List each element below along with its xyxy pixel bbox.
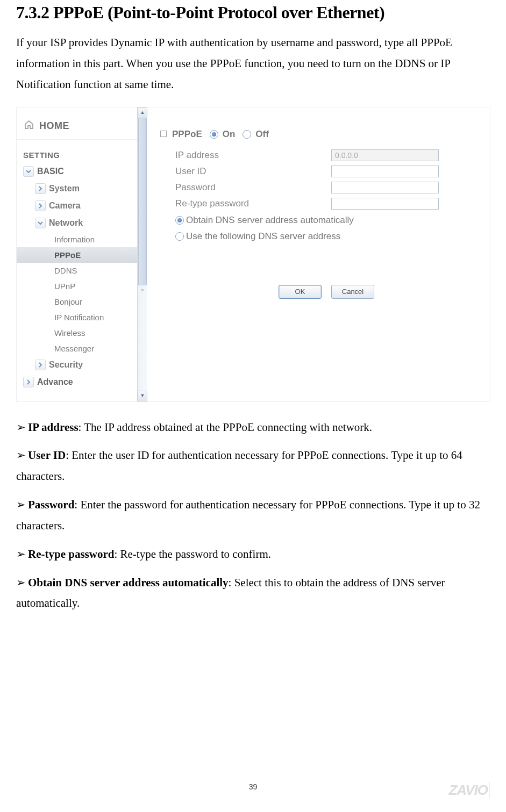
chevron-right-icon <box>35 183 46 194</box>
nav-basic-label: BASIC <box>37 167 64 176</box>
nav-item-pppoe[interactable]: PPPoE <box>17 247 138 263</box>
nav-camera-label: Camera <box>49 201 81 211</box>
ipaddress-label: IP address <box>175 150 331 161</box>
nav-item-upnp[interactable]: UPnP <box>17 278 138 294</box>
nav-advance[interactable]: Advance <box>17 373 138 391</box>
ipaddress-input <box>331 149 439 161</box>
def-password: ➢Password: Enter the password for authen… <box>16 494 490 536</box>
nav-item-ipnotification[interactable]: IP Notification <box>17 310 138 325</box>
nav-camera[interactable]: Camera <box>17 197 138 214</box>
home-icon <box>24 120 34 131</box>
section-heading: 7.3.2 PPPoE (Point-to-Point Protocol ove… <box>16 3 490 23</box>
square-icon <box>160 131 167 137</box>
page-number: 39 <box>0 782 506 791</box>
sidebar: HOME SETTING BASIC System Camera <box>17 107 147 401</box>
radio-dns-manual[interactable] <box>175 232 184 241</box>
nav-security-label: Security <box>49 360 83 370</box>
chevron-right-icon <box>23 377 34 387</box>
chevron-right-icon <box>35 360 46 370</box>
nav-network[interactable]: Network <box>17 214 138 232</box>
dns-auto-label: Obtain DNS server address automatically <box>186 215 354 226</box>
intro-paragraph: If your ISP provides Dynamic IP with aut… <box>16 32 490 95</box>
scroll-thumb[interactable] <box>138 118 147 285</box>
nav-network-label: Network <box>49 218 83 228</box>
chevron-right-icon <box>35 200 46 211</box>
password-label: Password <box>175 182 331 193</box>
radio-off-label: Off <box>255 129 269 140</box>
scroll-grip-icon: ≡ <box>138 288 147 294</box>
def-retype: ➢Re-type password: Re-type the password … <box>16 544 490 565</box>
dns-manual-label: Use the following DNS server address <box>186 231 340 242</box>
nav-item-wireless[interactable]: Wireless <box>17 325 138 341</box>
sidebar-scrollbar[interactable]: ▲ ≡ ▼ <box>137 107 147 401</box>
nav-home-label: HOME <box>39 120 69 132</box>
radio-on-label: On <box>223 129 236 140</box>
brand-logo: ZAVIO <box>448 782 490 799</box>
nav-security[interactable]: Security <box>17 356 138 373</box>
pppoe-toggle-row: PPPoE On Off <box>160 129 490 140</box>
nav-system[interactable]: System <box>17 180 138 197</box>
def-ipaddress: ➢IP address: The IP address obtained at … <box>16 417 490 438</box>
def-dnsauto: ➢Obtain DNS server address automatically… <box>16 572 490 614</box>
radio-dns-auto[interactable] <box>175 216 184 225</box>
chevron-down-icon <box>35 218 46 228</box>
userid-label: User ID <box>175 166 331 177</box>
cancel-button[interactable]: Cancel <box>331 285 374 299</box>
nav-basic[interactable]: BASIC <box>17 163 138 180</box>
nav-item-information[interactable]: Information <box>17 232 138 247</box>
nav-home[interactable]: HOME <box>17 117 138 140</box>
radio-off[interactable] <box>243 130 251 139</box>
chevron-down-icon <box>23 166 34 177</box>
nav-item-messenger[interactable]: Messenger <box>17 341 138 356</box>
ok-button[interactable]: OK <box>279 285 322 299</box>
def-userid: ➢User ID: Enter the user ID for authenti… <box>16 445 490 487</box>
retype-input[interactable] <box>331 198 439 210</box>
password-input[interactable] <box>331 182 439 193</box>
nav-setting-header: SETTING <box>17 140 138 163</box>
form-panel: PPPoE On Off IP address User ID Password… <box>147 107 490 401</box>
nav-system-label: System <box>49 184 80 193</box>
radio-on[interactable] <box>210 130 218 139</box>
scroll-up-icon[interactable]: ▲ <box>138 107 147 118</box>
nav-advance-label: Advance <box>37 377 73 387</box>
pppoe-section-label: PPPoE <box>172 129 202 140</box>
nav-item-ddns[interactable]: DDNS <box>17 263 138 278</box>
retype-label: Re-type password <box>175 198 331 209</box>
nav-item-bonjour[interactable]: Bonjour <box>17 294 138 310</box>
definitions-list: ➢IP address: The IP address obtained at … <box>16 417 490 614</box>
scroll-down-icon[interactable]: ▼ <box>138 391 147 401</box>
settings-screenshot: HOME SETTING BASIC System Camera <box>16 107 490 402</box>
userid-input[interactable] <box>331 166 439 177</box>
